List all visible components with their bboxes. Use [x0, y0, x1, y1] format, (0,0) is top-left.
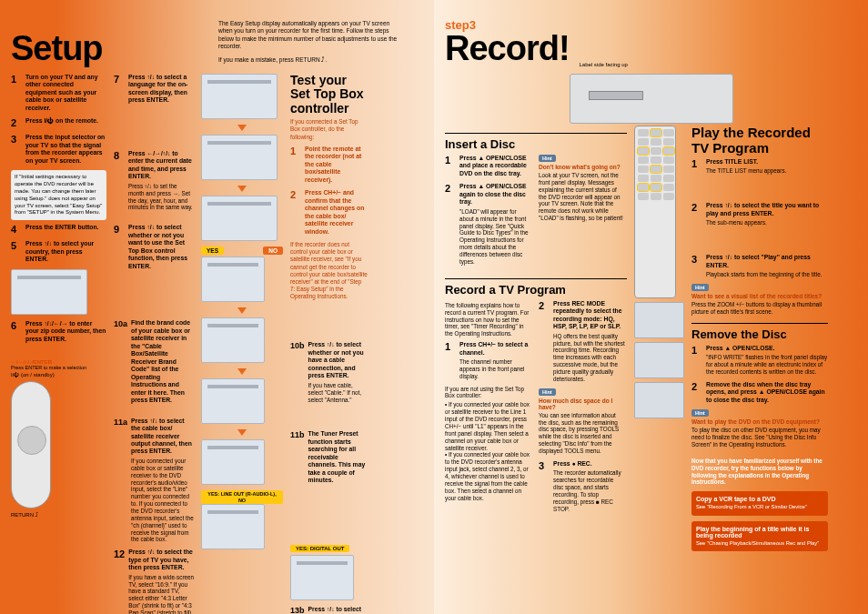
rec-3: Press ● REC. [553, 460, 625, 468]
test-step-1: Point the remote at the recorder (not at… [305, 146, 368, 184]
play-title: Play the Recorded TV Program [691, 126, 828, 156]
step-12: Press ↑/↓ to select the type of TV you h… [128, 549, 194, 571]
remote-illustration [11, 381, 51, 508]
chip-yes: YES [201, 247, 224, 255]
record-lead: The following explains how to record a c… [445, 302, 531, 337]
step-1: Turn on your TV and any other connected … [25, 74, 106, 112]
record-left-col: Insert a Disc 1Press ▲ OPEN/CLOSE and pl… [445, 126, 627, 551]
screenshot-country [11, 269, 87, 315]
test-warn: If the recorder does not control your ca… [290, 241, 368, 300]
record-right-col: Play the Recorded TV Program 1Press TITL… [691, 126, 828, 551]
setup-intro2: If you make a mistake, press RETURN ⤴. [218, 56, 355, 64]
page-record: step3 Record! Label side facing up Inser… [434, 0, 868, 614]
play-2: Press ↑/↓ to select the title you want t… [706, 202, 828, 217]
remote-with-highlights [634, 126, 684, 551]
arrow-icon [237, 186, 247, 192]
rec-2: Press REC MODE repeatedly to select the … [553, 300, 625, 331]
remote-hint-enter: Press ENTER to make a selection [11, 365, 106, 370]
insert-title: Insert a Disc [445, 133, 627, 151]
test-step-2: Press CH+/− and confirm that the channel… [305, 189, 368, 236]
screenshot-brand [201, 257, 265, 302]
hint-space-body: You can see information about the disc, … [539, 412, 625, 455]
hint-badge: Hint [691, 284, 709, 291]
screenshot-tvtype [201, 378, 265, 424]
step-11a: Press ↑/↓ to select the cable box/ satel… [131, 418, 194, 456]
setup-column-4: Test your Set Top Box controller If you … [290, 74, 368, 614]
hint-space-title: How much disc space do I have? [539, 398, 625, 410]
rec-1: Press CH+/− to select a channel. [459, 341, 531, 357]
hint-badge: Hint [539, 155, 556, 162]
remote-label-return: RETURN ⤴ [11, 512, 106, 518]
step-3: Press the input selector on your TV so t… [25, 134, 106, 165]
screenshot-finish [201, 504, 265, 549]
play-1: Press TITLE LIST. [706, 158, 786, 166]
screenshot-output [201, 317, 265, 363]
screenshot-date [201, 135, 278, 180]
screenshot-submenu [634, 342, 684, 378]
record-title: Record a TV Program [445, 278, 627, 297]
step-11b: The Tuner Preset function starts searchi… [308, 430, 368, 484]
arrow-icon [237, 125, 247, 131]
remove-2: Remove the disc when the disc tray opens… [706, 381, 828, 404]
step-10b: Press ↑/↓ to select whether or not you h… [308, 341, 368, 379]
hint-visual-title: Want to see a visual list of the recorde… [691, 293, 828, 299]
page-setup: step2 Setup The Easy Setup display autom… [0, 0, 434, 614]
full-remote-illustration [634, 126, 676, 298]
arrow-icon [237, 368, 247, 375]
hint-load-title: Don't know what's going on? [539, 164, 625, 170]
cta-copy-vcr: Copy a VCR tape to a DVD See "Recording … [691, 491, 828, 516]
screenshot-thumbnails [634, 382, 684, 418]
label-side-up: Label side facing up [580, 62, 628, 67]
test-stb-lead: If you connected a Set Top Box controlle… [290, 118, 368, 141]
step-13b: Press ↑/↓ to select the type of signal y… [308, 606, 368, 614]
note-initial-settings: If "Initial settings necessary to operat… [11, 170, 106, 220]
screenshot-av [201, 439, 265, 485]
setup-column-1: 1Turn on your TV and any other connected… [11, 74, 106, 614]
cta-chase-play: Play the beginning of a title while it i… [691, 521, 828, 552]
insert-1: Press ▲ OPEN/CLOSE and place a recordabl… [459, 155, 531, 177]
setup-column-2: 7Press ↑/↓ to select a language for the … [114, 74, 194, 614]
setup-column-3: YES NO YES: LINE OUT (R-AUDIO-L), NO [201, 74, 283, 614]
step-9: Press ↑/↓ to select whether or not you w… [128, 224, 194, 270]
screenshot-stb [201, 196, 278, 241]
test-stb-title: Test your Set Top Box controller [290, 74, 368, 116]
chip-no: NO [263, 247, 283, 255]
hint-finalize-title: Want to play the DVD on the DVD equipmen… [691, 418, 828, 425]
title-record: Record! [445, 29, 857, 68]
screenshot-signal [290, 555, 354, 600]
recorder-illustration: Label side facing up [570, 74, 733, 124]
screenshot-lang [201, 74, 278, 119]
step-6: Press ↑/↓/←/→ to enter your zip code num… [25, 320, 106, 343]
step-10a: Find the brand code of your cable box or… [131, 319, 194, 404]
arrow-icon [237, 307, 247, 314]
step-8: Press ←/→/↑/↓ to enter the current date … [128, 150, 194, 181]
hint-load-body: Look at your TV screen, not the front pa… [539, 172, 625, 222]
arrow-icon [237, 429, 247, 436]
remove-title: Remove the Disc [691, 323, 828, 341]
chip-digital-out: YES: DIGITAL OUT [290, 545, 349, 552]
footer-lead: Now that you have familiarized yourself … [691, 458, 828, 486]
hint-badge: Hint [691, 409, 709, 417]
play-3: Press ↑/↓ to select "Play" and press ENT… [706, 254, 828, 269]
remove-1: Press ▲ OPEN/CLOSE. [706, 345, 828, 352]
screenshot-title-list [634, 302, 684, 338]
setup-intro: The Easy Setup display automatically app… [218, 20, 400, 51]
rec-note: If you are not using the Set Top Box con… [445, 386, 531, 400]
remote-label-standby: I/⏻ (on / standby) [11, 372, 106, 377]
insert-2: Press ▲ OPEN/CLOSE again to close the di… [459, 183, 531, 206]
step-2: Press I/⏻ on the remote. [25, 117, 98, 128]
step-7: Press ↑/↓ to select a language for the o… [128, 74, 194, 105]
step-5: Press ↑/↓ to select your country, then p… [25, 240, 106, 263]
hint-badge: Hint [539, 388, 556, 396]
step-4: Press the ENTER button. [25, 224, 98, 235]
chip-lineout: YES: LINE OUT (R-AUDIO-L), NO [201, 490, 283, 504]
